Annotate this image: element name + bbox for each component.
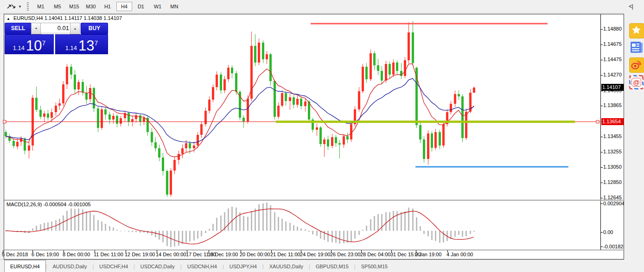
time-axis-label: 4 Jan 00:00 bbox=[446, 252, 473, 257]
ask-price-big: 13 bbox=[78, 39, 94, 52]
bid-price-sup: 7 bbox=[42, 39, 46, 47]
volume-increase-button[interactable]: ▲ bbox=[70, 23, 80, 34]
volume-input[interactable] bbox=[40, 23, 71, 33]
tab-usdjpy-h4[interactable]: USDJPY,H4 bbox=[224, 260, 262, 272]
price-axis-label: 1.12850 bbox=[603, 179, 622, 185]
volume-decrease-button[interactable]: ▼ bbox=[31, 23, 41, 34]
news-button[interactable] bbox=[629, 40, 644, 55]
price-axis-label: 1.12645 bbox=[603, 195, 622, 201]
time-axis-label: 5 Dec 2018 bbox=[2, 252, 28, 257]
macd-axis-label: 0.002904 bbox=[603, 201, 625, 207]
favorites-star-button[interactable] bbox=[629, 23, 644, 38]
macd-axis-label: 0.00 bbox=[603, 229, 613, 235]
tab-audusd-daily[interactable]: AUDUSD,Daily bbox=[47, 260, 92, 272]
price-axis-label: 1.14675 bbox=[603, 41, 622, 47]
time-axis-label: 20 Dec 00:00 bbox=[240, 252, 270, 257]
price-axis-label: 1.13865 bbox=[603, 102, 622, 108]
macd-histogram bbox=[5, 202, 475, 247]
weibo-button[interactable] bbox=[629, 57, 644, 73]
sell-button[interactable]: SELL bbox=[5, 23, 32, 34]
price-axis-label: 1.13255 bbox=[603, 149, 622, 155]
line-handle bbox=[596, 120, 599, 123]
tab-gbpusd-m15[interactable]: GBPUSD,M15 bbox=[310, 260, 354, 272]
tab-usdchf-h4[interactable]: USDCHF,H4 bbox=[94, 260, 134, 272]
tab-eurusd-h4[interactable]: EURUSD,H4 bbox=[4, 260, 46, 272]
bid-quote-button[interactable]: 1.14 10 7 bbox=[5, 34, 54, 54]
macd-axis-label: -0.001824 bbox=[603, 244, 626, 250]
time-axis-label: 14 Dec 00:00 bbox=[156, 252, 186, 257]
ask-quote-button[interactable]: 1.14 13 7 bbox=[55, 34, 108, 54]
ask-price-small: 1.14 bbox=[65, 44, 77, 51]
mail-icon: @ bbox=[631, 76, 642, 88]
time-axis-label: 12 Dec 19:00 bbox=[125, 252, 155, 257]
chart-title: ▲ EURUSD,H4 1.14041 1.14117 1.14038 1.14… bbox=[6, 15, 122, 21]
time-axis-label: 8 Dec 00:00 bbox=[63, 252, 90, 257]
chart-ohlc-label: 1.14041 1.14117 1.14038 1.14107 bbox=[45, 15, 122, 21]
bid-price-small: 1.14 bbox=[13, 44, 25, 51]
tab-usdcnh-h4[interactable]: USDCNH,H4 bbox=[182, 260, 223, 272]
chart-tab-bar: EURUSD,H4|AUDUSD,Daily|USDCHF,H4|USDCAD,… bbox=[0, 259, 624, 272]
right-sidebar: <| @ bbox=[624, 13, 644, 272]
macd-indicator-label: MACD(12,26,9) -0.000504 -0.001005 bbox=[6, 202, 91, 207]
bid-price-big: 10 bbox=[26, 39, 42, 52]
time-axis-label: 11 Dec 11:00 bbox=[94, 252, 123, 257]
line-handle bbox=[3, 120, 6, 123]
time-axis-label: 28 Dec 04:00 bbox=[360, 252, 390, 257]
time-axis-label: 24 Dec 19:00 bbox=[300, 252, 330, 257]
window-menu-icon[interactable]: ▲ bbox=[6, 17, 10, 21]
collapse-panel-button[interactable]: <| bbox=[629, 3, 633, 10]
price-axis-label: 1.14475 bbox=[603, 57, 622, 63]
price-axis-label: 1.13455 bbox=[603, 133, 622, 139]
weibo-icon bbox=[630, 58, 643, 71]
chart-symbol-label: EURUSD,H4 bbox=[13, 15, 43, 21]
time-axis-label: 21 Dec 11:00 bbox=[270, 252, 300, 257]
news-icon bbox=[629, 40, 644, 55]
current-price-badge: 1.14107 bbox=[601, 84, 624, 91]
price-axis-label: 1.14270 bbox=[603, 72, 622, 78]
star-icon bbox=[630, 24, 643, 37]
price-axis-label: 1.13050 bbox=[603, 164, 622, 170]
time-axis-label: 6 Dec 19:00 bbox=[32, 252, 59, 257]
tab-sp500-m15[interactable]: SP500,M15 bbox=[356, 260, 393, 272]
time-axis-label: 26 Dec 23:00 bbox=[330, 252, 360, 257]
tab-xauusd-daily[interactable]: XAUUSD,Daily bbox=[264, 260, 309, 272]
time-axis-label: 2 Jan 19:00 bbox=[415, 252, 442, 257]
hline-price-badge: 1.13654 bbox=[601, 118, 624, 125]
ask-price-sup: 7 bbox=[95, 39, 98, 47]
tab-usdcad-daily[interactable]: USDCAD,Daily bbox=[135, 260, 180, 272]
mail-button[interactable]: @ bbox=[629, 75, 644, 89]
price-axis-label: 1.14880 bbox=[603, 26, 622, 32]
time-axis-label: 18 Dec 19:00 bbox=[208, 252, 238, 257]
buy-button[interactable]: BUY bbox=[81, 23, 108, 34]
